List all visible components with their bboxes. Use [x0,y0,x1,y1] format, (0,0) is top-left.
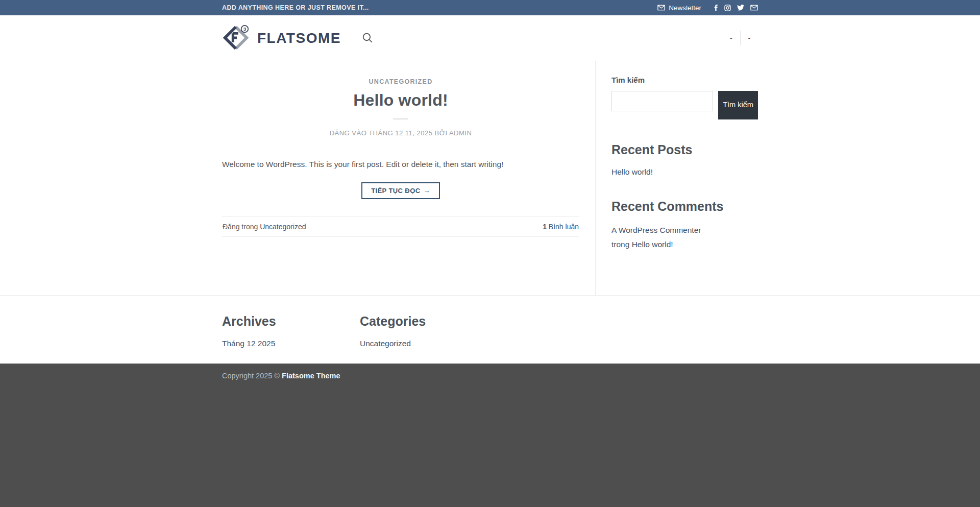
nav-item-2[interactable]: - [741,34,758,42]
posted-in-label: Đăng trong [223,223,258,231]
post-date-link[interactable]: THÁNG 12 11, 2025 [369,129,432,137]
newsletter-label: Newsletter [669,4,701,12]
archives-heading: Archives [222,314,360,329]
search-submit-button[interactable]: Tìm kiếm [718,91,758,119]
read-more-wrap: TIẾP TỤC ĐỌC→ [222,182,579,199]
mail-icon [657,5,665,11]
twitter-link[interactable] [737,5,744,11]
footer-archives-col: Archives Tháng 12 2025 [222,314,360,348]
email-link[interactable] [750,5,758,11]
footer-categories-col: Categories Uncategorized [360,314,498,348]
copyright-text: Copyright 2025 © Flatsome Theme [222,372,340,380]
post-title-link[interactable]: Hello world! [353,91,448,109]
posted-in: Đăng trong Uncategorized [223,223,306,231]
facebook-link[interactable] [714,4,718,11]
topbar-right: Newsletter [657,4,758,12]
search-input[interactable] [611,91,713,111]
recent-post-link[interactable]: Hello world! [611,167,653,176]
sidebar: Tìm kiếm Tìm kiếm Recent Posts Hello wor… [595,61,758,295]
recent-comments-heading: Recent Comments [611,199,758,214]
post-author-link[interactable]: ADMIN [449,129,472,137]
search-widget-title: Tìm kiếm [611,76,758,84]
comments-label: Bình luận [549,223,579,231]
footer-widgets: Archives Tháng 12 2025 Categories Uncate… [0,295,980,364]
search-form: Tìm kiếm [611,91,758,119]
nav-item-1[interactable]: - [722,34,740,42]
topbar: ADD ANYTHING HERE OR JUST REMOVE IT... N… [0,0,980,15]
comment-post-link[interactable]: Hello world! [632,240,673,249]
title-divider [393,118,408,119]
recent-comment-item: A WordPress Commenter trong Hello world! [611,223,711,252]
post-footer-meta: Đăng trong Uncategorized 1 Bình luận [222,216,579,237]
newsletter-link[interactable]: Newsletter [657,4,701,12]
post-category-link[interactable]: UNCATEGORIZED [369,78,433,85]
flatsome-logo[interactable]: 3 FLATSOME [222,24,341,53]
comments-count: 1 [543,223,547,231]
main-area: UNCATEGORIZED Hello world! ĐĂNG VÀO THÁN… [0,61,980,295]
site-header: 3 FLATSOME - - [0,15,980,61]
post-meta-prefix: ĐĂNG VÀO [330,129,367,137]
footer-category-link[interactable]: Uncategorized [360,339,411,348]
instagram-link[interactable] [724,5,731,11]
comment-connector: trong [611,240,629,249]
copyright-brand: Flatsome Theme [282,372,340,380]
read-more-button[interactable]: TIẾP TỤC ĐỌC→ [361,182,440,199]
facebook-icon [714,4,718,11]
instagram-icon [724,5,731,11]
recent-post-item: Hello world! [611,167,758,177]
email-icon [750,5,758,11]
post-excerpt: Welcome to WordPress. This is your first… [222,158,579,171]
post-meta: ĐĂNG VÀO THÁNG 12 11, 2025 BỞI ADMIN [222,129,579,137]
topbar-message: ADD ANYTHING HERE OR JUST REMOVE IT... [222,4,369,11]
arrow-right-icon: → [423,187,430,195]
flatsome-diamond-logo-icon: 3 [222,24,251,53]
social-links [714,4,758,11]
comment-author-link[interactable]: A WordPress Commenter [611,226,701,234]
comments-link[interactable]: 1 Bình luận [543,223,579,231]
logo-badge: 3 [243,26,247,32]
posted-in-category-link[interactable]: Uncategorized [260,223,306,231]
archive-month-link[interactable]: Tháng 12 2025 [222,339,275,348]
post-article: UNCATEGORIZED Hello world! ĐĂNG VÀO THÁN… [222,61,579,295]
header-nav: - - [722,31,758,45]
copyright-bar: Copyright 2025 © Flatsome Theme [0,364,980,507]
search-toggle-button[interactable] [361,32,374,44]
post-category: UNCATEGORIZED [222,77,579,86]
post-meta-by: BỞI [435,129,448,137]
twitter-icon [737,5,744,11]
post-title: Hello world! [222,91,579,110]
copyright-prefix: Copyright 2025 © [222,372,280,380]
read-more-label: TIẾP TỤC ĐỌC [371,187,420,195]
categories-heading: Categories [360,314,498,329]
search-icon [361,32,374,44]
logo-text: FLATSOME [257,30,341,46]
recent-posts-heading: Recent Posts [611,142,758,157]
